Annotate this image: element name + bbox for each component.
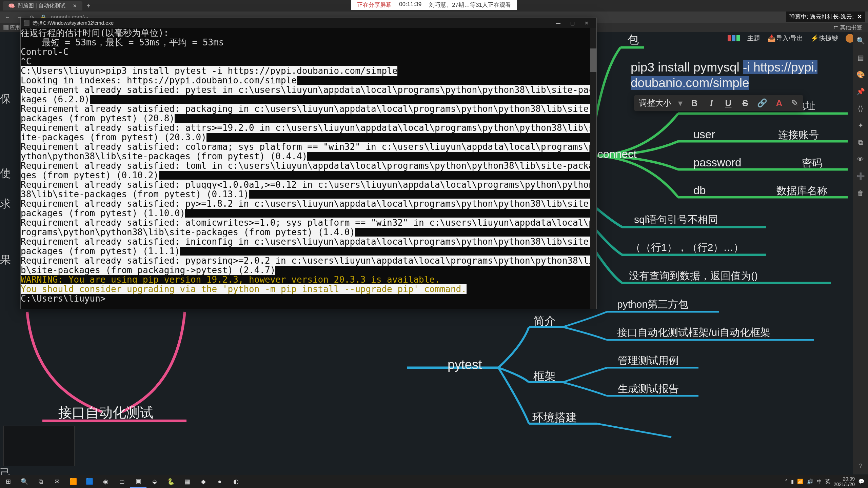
resize-label[interactable]: 调整大小 xyxy=(639,98,671,108)
close-button[interactable]: ✕ xyxy=(579,20,594,26)
screen-share-banner: 正在分享屏幕 00:11:39 刘巧慧、27期…等31人正在观看 xyxy=(351,0,517,10)
mm-node-intro-2[interactable]: 接口自动化测试框架/ui自动化框架 xyxy=(617,326,770,340)
app-icon-5[interactable]: ◐ xyxy=(228,475,244,488)
tray-battery-icon[interactable]: ▮ xyxy=(791,479,794,485)
mm-node-package[interactable]: 包 xyxy=(628,32,639,47)
tab-title: 凹脑图 | 自动化测试 xyxy=(18,2,65,9)
taskbar: ⊞ 🔍 ⧉ ✉ 🟧 🟦 ◉ 🗀 ▣ ⬙ 🐍 ▦ ◆ ● ◐ ˄ ▮ 📶 🔊 中 … xyxy=(0,475,868,488)
delete-tool-icon[interactable]: 🗑 xyxy=(853,185,868,202)
tab-close-icon[interactable]: ✕ xyxy=(73,3,77,8)
mm-node-frame-2[interactable]: 生成测试报告 xyxy=(618,382,679,396)
cmd-titlebar[interactable]: ⬛ 选择C:\Windows\system32\cmd.exe — ▢ ✕ xyxy=(21,18,596,28)
cmd-output[interactable]: 往返行程的估计时间(以毫秒为单位): 最短 = 53ms，最长 = 53ms，平… xyxy=(21,28,596,309)
mm-node-user[interactable]: user xyxy=(693,128,715,141)
notification-icon[interactable]: 💬 xyxy=(858,479,865,485)
mm-node-frame[interactable]: 框架 xyxy=(533,369,556,384)
import-export-button[interactable]: 📥导入/导出 xyxy=(768,34,803,43)
mm-edge-label-3: 求 xyxy=(0,197,11,211)
cmd-scrollbar[interactable] xyxy=(590,28,596,309)
text-color-button[interactable]: A xyxy=(774,98,784,108)
mm-node-password-desc[interactable]: 密码 xyxy=(802,156,822,170)
chrome-icon[interactable]: ◉ xyxy=(98,475,114,488)
palette-tool-icon[interactable]: 🎨 xyxy=(853,66,868,83)
tray-wifi-icon[interactable]: 📶 xyxy=(797,479,804,485)
underline-button[interactable]: U xyxy=(723,98,733,108)
star-tool-icon[interactable]: ✦ xyxy=(853,117,868,134)
tray-clock[interactable]: 20:09 2021/1/20 xyxy=(834,476,855,487)
live-comment-close-icon[interactable]: ✕ xyxy=(857,13,862,20)
maximize-button[interactable]: ▢ xyxy=(565,20,579,26)
app-icon-2[interactable]: 🟦 xyxy=(81,475,98,488)
mm-node-connect[interactable]: connect xyxy=(597,148,637,161)
mm-node-db[interactable]: db xyxy=(693,184,706,197)
tray-up-icon[interactable]: ˄ xyxy=(785,479,788,485)
tray-volume-icon[interactable]: 🔊 xyxy=(807,479,813,485)
live-comment-text: 弹幕中: 逸云社社长-逸云: xyxy=(789,13,854,21)
app-icon-4[interactable]: ● xyxy=(212,475,228,488)
highlighter-button[interactable]: ✎ xyxy=(791,98,798,108)
bold-button[interactable]: B xyxy=(689,98,699,108)
add-tool-icon[interactable]: ➕ xyxy=(853,168,868,185)
theme-swatch-icon[interactable] xyxy=(728,35,740,41)
mm-node-pytest[interactable]: pytest xyxy=(448,358,482,372)
start-button[interactable]: ⊞ xyxy=(0,475,16,488)
right-side-toolbar: 🔍 ▤ 🎨 📌 ⟨⟩ ✦ ⧉ 👁 ➕ 🗑 ? xyxy=(853,32,868,474)
explorer-icon[interactable]: 🗀 xyxy=(114,475,130,488)
new-tab-button[interactable]: + xyxy=(82,2,95,10)
mm-node-db-desc[interactable]: 数据库名称 xyxy=(776,184,827,198)
vscode-icon[interactable]: ⬙ xyxy=(146,475,163,488)
mm-edge-label-2: 使 xyxy=(0,166,11,181)
sharing-viewers: 刘巧慧、27期…等31人正在观看 xyxy=(429,1,511,9)
italic-button[interactable]: I xyxy=(706,98,716,108)
mm-edge-label-1: 保 xyxy=(0,92,11,106)
shortcut-button[interactable]: ⚡快捷键 xyxy=(811,34,838,43)
cmd-scrollbar-thumb[interactable] xyxy=(590,48,596,72)
strike-button[interactable]: S xyxy=(740,98,750,108)
apps-shortcut[interactable]: ▦ 应用 xyxy=(3,24,20,31)
app-icon-1[interactable]: 🟧 xyxy=(65,475,81,488)
mm-node-sql-quote[interactable]: sql语句引号不相同 xyxy=(634,213,718,227)
tray-lang[interactable]: 英 xyxy=(825,479,830,485)
layers-tool-icon[interactable]: ▤ xyxy=(853,49,868,66)
search-tool-icon[interactable]: 🔍 xyxy=(853,32,868,49)
mm-node-intro-1[interactable]: python第三方包 xyxy=(617,298,688,311)
terminal-icon[interactable]: ▣ xyxy=(130,475,146,488)
minimize-button[interactable]: — xyxy=(551,20,565,26)
excel-icon[interactable]: ▦ xyxy=(179,475,195,488)
mm-node-frame-1[interactable]: 管理测试用例 xyxy=(618,354,679,368)
mm-edge-label-4: 果 xyxy=(0,252,11,267)
screen-preview[interactable] xyxy=(3,426,75,466)
back-icon[interactable]: ← xyxy=(3,14,12,20)
taskview-icon[interactable]: ⧉ xyxy=(33,475,49,488)
cmd-window[interactable]: ⬛ 选择C:\Windows\system32\cmd.exe — ▢ ✕ 往返… xyxy=(20,18,597,309)
search-icon[interactable]: 🔍 xyxy=(16,475,33,488)
other-bookmarks[interactable]: 🗀 其他书签 xyxy=(830,23,865,32)
mm-node-env[interactable]: 环境搭建 xyxy=(532,410,577,425)
mm-node-password[interactable]: password xyxy=(693,156,741,169)
tray-ime[interactable]: 中 xyxy=(817,479,822,485)
link-button[interactable]: 🔗 xyxy=(757,98,767,108)
system-tray: ˄ ▮ 📶 🔊 中 英 20:09 2021/1/20 💬 xyxy=(785,476,868,487)
mm-node-api-test[interactable]: 接口自动化测试 xyxy=(58,403,153,422)
mail-icon[interactable]: ✉ xyxy=(49,475,65,488)
layout-tool-icon[interactable]: ⧉ xyxy=(853,134,868,151)
theme-button[interactable]: 主题 xyxy=(747,34,760,43)
mm-node-rows[interactable]: （（行1），（行2）…） xyxy=(631,241,744,255)
cmd-title-text: 选择C:\Windows\system32\cmd.exe xyxy=(33,20,114,26)
mm-node-user-desc[interactable]: 连接账号 xyxy=(778,128,819,142)
sharing-elapsed: 00:11:39 xyxy=(399,1,421,9)
app-topbar: 主题 📥导入/导出 ⚡快捷键 xyxy=(728,34,854,43)
python-icon[interactable]: 🐍 xyxy=(163,475,179,488)
browser-tab[interactable]: 🧠 凹脑图 | 自动化测试 ✕ xyxy=(3,1,82,11)
tab-favicon: 🧠 xyxy=(8,3,15,9)
mm-node-intro[interactable]: 简介 xyxy=(533,313,556,329)
help-icon[interactable]: ? xyxy=(853,458,868,474)
live-comment-overlay: 弹幕中: 逸云社社长-逸云: ✕ xyxy=(786,12,865,22)
eye-tool-icon[interactable]: 👁 xyxy=(853,151,868,168)
mm-node-pip-install[interactable]: pip3 install pymysql -i https://pypi. do… xyxy=(631,60,817,91)
cmd-icon: ⬛ xyxy=(23,20,30,26)
pin-tool-icon[interactable]: 📌 xyxy=(853,83,868,100)
app-icon-3[interactable]: ◆ xyxy=(195,475,212,488)
code-tool-icon[interactable]: ⟨⟩ xyxy=(853,100,868,117)
mm-node-empty-return[interactable]: 没有查询到数据，返回值为() xyxy=(629,269,758,283)
